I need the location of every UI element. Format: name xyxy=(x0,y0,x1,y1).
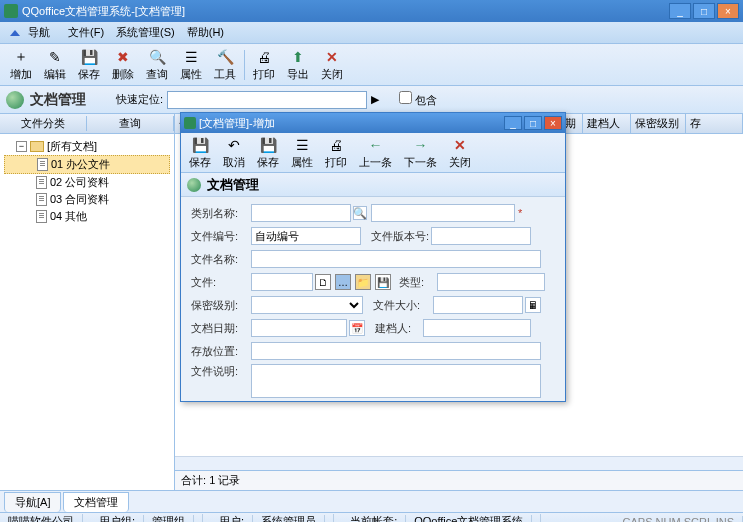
globe-icon xyxy=(187,178,201,192)
include-checkbox[interactable]: 包含 xyxy=(399,91,437,108)
status-company: 喵喵软件公司 xyxy=(0,514,83,522)
lbl-fsize: 文件大小: xyxy=(373,298,433,313)
select-secret[interactable] xyxy=(251,296,363,314)
dialog-titlebar[interactable]: [文档管理]-增加 _ □ × xyxy=(181,113,565,133)
horizontal-scrollbar[interactable] xyxy=(175,456,743,470)
input-ftype[interactable] xyxy=(437,273,545,291)
edit-button[interactable]: ✎编辑 xyxy=(38,46,72,84)
dialog-close-button[interactable]: × xyxy=(544,116,562,130)
dlg-cancel-button[interactable]: ↶取消 xyxy=(217,134,251,172)
delete-icon: ✖ xyxy=(114,48,132,66)
cat-lookup-button[interactable]: 🔍 xyxy=(353,206,367,220)
dialog-icon xyxy=(184,117,196,129)
next-icon: → xyxy=(412,136,430,154)
menu-nav[interactable]: 导航 xyxy=(4,23,62,42)
cancel-icon: ↶ xyxy=(225,136,243,154)
dlg-print-button[interactable]: 🖨打印 xyxy=(319,134,353,172)
tree-node-02[interactable]: 02 公司资料 xyxy=(4,174,170,191)
grid-col-8[interactable]: 保密级别 xyxy=(631,114,686,133)
input-fsize[interactable] xyxy=(433,296,523,314)
dialog-header-title: 文档管理 xyxy=(207,176,259,194)
tree-node-03[interactable]: 03 合同资料 xyxy=(4,191,170,208)
dialog-title: [文档管理]-增加 xyxy=(199,116,275,131)
close-tool-button[interactable]: ✕关闭 xyxy=(315,46,349,84)
input-docver[interactable] xyxy=(431,227,531,245)
attr-icon: ☰ xyxy=(293,136,311,154)
file-open-icon[interactable]: … xyxy=(335,274,351,290)
dlg-next-button[interactable]: →下一条 xyxy=(398,134,443,172)
maximize-button[interactable]: □ xyxy=(693,3,715,19)
dlg-close-tool-button[interactable]: ✕关闭 xyxy=(443,134,477,172)
query-button[interactable]: 🔍查询 xyxy=(140,46,174,84)
add-icon: ＋ xyxy=(12,48,30,66)
delete-button[interactable]: ✖删除 xyxy=(106,46,140,84)
locate-go-button[interactable]: ▶ xyxy=(371,93,379,106)
bottom-tabs: 导航[A] 文档管理 xyxy=(0,490,743,512)
close-button[interactable]: × xyxy=(717,3,739,19)
input-docno[interactable] xyxy=(251,227,361,245)
tab-doc[interactable]: 文档管理 xyxy=(63,492,129,512)
page-title: 文档管理 xyxy=(30,91,86,109)
attr-icon: ☰ xyxy=(182,48,200,66)
calendar-icon[interactable]: 📅 xyxy=(349,320,365,336)
input-creator[interactable] xyxy=(423,319,531,337)
grid-footer: 合计: 1 记录 xyxy=(175,470,743,490)
total-label: 合计: xyxy=(181,473,206,488)
input-loc[interactable] xyxy=(251,342,541,360)
menu-help[interactable]: 帮助(H) xyxy=(181,23,230,42)
tree-node-04[interactable]: 04 其他 xyxy=(4,208,170,225)
save-button[interactable]: 💾保存 xyxy=(72,46,106,84)
collapse-icon[interactable]: − xyxy=(16,141,27,152)
add-button[interactable]: ＋增加 xyxy=(4,46,38,84)
lbl-creator: 建档人: xyxy=(375,321,423,336)
minimize-button[interactable]: _ xyxy=(669,3,691,19)
lbl-file: 文件: xyxy=(191,275,251,290)
required-marker: * xyxy=(518,207,522,219)
export-button[interactable]: ⬆导出 xyxy=(281,46,315,84)
dlg-prev-button[interactable]: ←上一条 xyxy=(353,134,398,172)
input-docdate[interactable] xyxy=(251,319,347,337)
print-icon: 🖨 xyxy=(255,48,273,66)
input-cat-desc[interactable] xyxy=(371,204,515,222)
file-icon xyxy=(37,158,48,171)
edit-icon: ✎ xyxy=(46,48,64,66)
dlg-save-button[interactable]: 💾保存 xyxy=(183,134,217,172)
tree-node-01[interactable]: 01 办公文件 xyxy=(4,155,170,174)
input-docname[interactable] xyxy=(251,250,541,268)
close-icon: ✕ xyxy=(451,136,469,154)
input-desc[interactable] xyxy=(251,364,541,398)
file-save-icon[interactable]: 💾 xyxy=(375,274,391,290)
file-icon xyxy=(36,176,47,189)
home-icon xyxy=(10,30,20,36)
tab-nav[interactable]: 导航[A] xyxy=(4,492,61,512)
sidebar: 文件分类 查询 −[所有文档] 01 办公文件 02 公司资料 03 合同资料 … xyxy=(0,114,175,490)
tree-root[interactable]: −[所有文档] xyxy=(4,138,170,155)
file-folder-icon[interactable]: 📁 xyxy=(355,274,371,290)
menu-file[interactable]: 文件(F) xyxy=(62,23,110,42)
globe-icon xyxy=(6,91,24,109)
save-icon: 💾 xyxy=(259,136,277,154)
dialog-maximize-button[interactable]: □ xyxy=(524,116,542,130)
sidebar-tab-query[interactable]: 查询 xyxy=(87,116,174,131)
dlg-attr-button[interactable]: ☰属性 xyxy=(285,134,319,172)
print-icon: 🖨 xyxy=(327,136,345,154)
calc-button[interactable]: 🖩 xyxy=(525,297,541,313)
locate-input[interactable] xyxy=(167,91,367,109)
tools-button[interactable]: 🔨工具 xyxy=(208,46,242,84)
sidebar-tab-category[interactable]: 文件分类 xyxy=(0,116,87,131)
dlg-keep-button[interactable]: 💾保存 xyxy=(251,134,285,172)
grid-col-9[interactable]: 存 xyxy=(686,114,743,133)
print-button[interactable]: 🖨打印 xyxy=(247,46,281,84)
lbl-docver: 文件版本号: xyxy=(371,229,431,244)
menu-system[interactable]: 系统管理(S) xyxy=(110,23,181,42)
input-file[interactable] xyxy=(251,273,313,291)
category-tree: −[所有文档] 01 办公文件 02 公司资料 03 合同资料 04 其他 xyxy=(0,134,174,490)
grid-col-7[interactable]: 建档人 xyxy=(583,114,631,133)
dialog-minimize-button[interactable]: _ xyxy=(504,116,522,130)
main-toolbar: ＋增加 ✎编辑 💾保存 ✖删除 🔍查询 ☰属性 🔨工具 🖨打印 ⬆导出 ✕关闭 xyxy=(0,44,743,86)
close-icon: ✕ xyxy=(323,48,341,66)
window-title: QQoffice文档管理系统-[文档管理] xyxy=(22,4,185,19)
file-new-icon[interactable]: 🗋 xyxy=(315,274,331,290)
attr-button[interactable]: ☰属性 xyxy=(174,46,208,84)
input-cat[interactable] xyxy=(251,204,351,222)
